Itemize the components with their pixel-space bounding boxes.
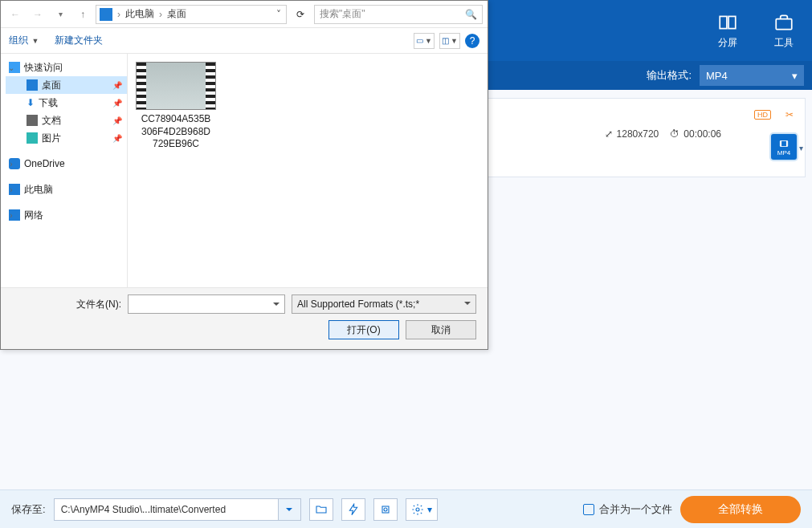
dialog-footer: 文件名(N): All Supported Formats (*.ts;* 打开…	[1, 287, 488, 349]
tree-label: 图片	[42, 132, 61, 145]
file-item[interactable]: CC78904A535B 306F4D2B968D 729EB96C	[136, 62, 216, 151]
file-name-line: 729EB96C	[136, 138, 216, 151]
svg-rect-0	[720, 16, 727, 28]
save-path-chevron-icon[interactable]	[279, 498, 301, 521]
expand-icon[interactable]: ›	[7, 160, 15, 169]
nav-up-icon[interactable]: ↑	[73, 5, 92, 24]
help-icon[interactable]: ?	[465, 34, 479, 48]
file-name-line: 306F4D2B968D	[136, 126, 216, 139]
organize-menu[interactable]: 组织 ▼	[9, 34, 39, 47]
new-folder-button[interactable]: 新建文件夹	[55, 34, 103, 47]
chevron-right-icon: ›	[117, 9, 120, 20]
toolbox-icon	[773, 12, 794, 33]
document-icon	[27, 115, 38, 126]
svg-rect-2	[776, 18, 792, 29]
expand-icon[interactable]: ›	[7, 211, 15, 220]
hw-accel-button[interactable]	[341, 498, 365, 521]
chevron-down-icon[interactable]: ▾	[51, 5, 70, 24]
tree-network[interactable]: ›网络	[6, 206, 127, 224]
nav-back-icon[interactable]: ←	[6, 5, 25, 24]
search-input[interactable]: 搜索"桌面" 🔍	[314, 5, 483, 24]
video-icon	[778, 138, 790, 149]
thumbnail-icon: ▭	[416, 36, 423, 45]
media-duration-value: 00:00:06	[683, 128, 721, 140]
file-type-filter[interactable]: All Supported Formats (*.ts;*	[292, 294, 476, 314]
dialog-toolbar: 组织 ▼ 新建文件夹 ▭ ▼ ◫ ▼ ?	[1, 28, 488, 54]
search-icon: 🔍	[465, 9, 477, 20]
open-button[interactable]: 打开(O)	[328, 320, 399, 339]
dialog-body: ⌄快速访问 桌面📌 ⬇下载📌 文档📌 图片📌 ›OneDrive ›此电脑 ›网…	[1, 54, 488, 287]
refresh-icon[interactable]: ⟳	[290, 5, 311, 24]
toolbar-split[interactable]: 分屏	[700, 0, 756, 61]
tree-label: 桌面	[42, 79, 61, 92]
chevron-right-icon: ›	[159, 9, 162, 20]
dialog-nav-bar: ← → ▾ ↑ › 此电脑 › 桌面 ˅ ⟳ 搜索"桌面" 🔍	[1, 1, 488, 28]
save-path-value[interactable]: C:\AnyMP4 Studio\...ltimate\Converted	[54, 498, 279, 521]
tree-onedrive[interactable]: ›OneDrive	[6, 155, 127, 173]
merge-label: 合并为一个文件	[599, 502, 672, 517]
media-duration: ⏱ 00:00:06	[670, 128, 721, 140]
preview-pane-button[interactable]: ◫ ▼	[439, 33, 460, 49]
tree-label: OneDrive	[24, 158, 65, 169]
search-placeholder: 搜索"桌面"	[320, 7, 365, 21]
view-mode-button[interactable]: ▭ ▼	[414, 33, 435, 49]
settings-button[interactable]: ▾	[406, 498, 438, 521]
gear-icon	[411, 503, 424, 516]
lightning-icon	[347, 503, 360, 516]
tree-desktop[interactable]: 桌面📌	[6, 76, 127, 94]
gpu-button[interactable]	[373, 498, 398, 521]
folder-tree: ⌄快速访问 桌面📌 ⬇下载📌 文档📌 图片📌 ›OneDrive ›此电脑 ›网…	[1, 54, 128, 287]
trim-icon[interactable]: ✂	[785, 109, 794, 120]
toolbar-split-label: 分屏	[718, 36, 737, 50]
save-path-combo[interactable]: C:\AnyMP4 Studio\...ltimate\Converted	[54, 498, 301, 521]
expand-icon[interactable]: ›	[7, 185, 15, 194]
toolbar-tools[interactable]: 工具	[756, 0, 812, 61]
expand-icon[interactable]: ⌄	[7, 63, 15, 72]
open-folder-button[interactable]	[309, 498, 333, 521]
clock-icon: ⏱	[670, 128, 679, 140]
tree-this-pc[interactable]: ›此电脑	[6, 181, 127, 198]
cancel-button[interactable]: 取消	[406, 320, 476, 339]
pin-icon: 📌	[112, 134, 122, 143]
filename-input[interactable]	[128, 294, 285, 314]
file-open-dialog: ← → ▾ ↑ › 此电脑 › 桌面 ˅ ⟳ 搜索"桌面" 🔍 组织 ▼ 新建文…	[0, 0, 488, 350]
tree-documents[interactable]: 文档📌	[6, 112, 127, 129]
convert-all-button[interactable]: 全部转换	[680, 496, 801, 523]
file-grid[interactable]: CC78904A535B 306F4D2B968D 729EB96C	[128, 54, 488, 287]
pc-icon	[100, 8, 112, 21]
expand-icon: ⤢	[605, 128, 613, 140]
chevron-down-icon: ▾	[792, 70, 798, 82]
merge-checkbox[interactable]: 合并为一个文件	[583, 502, 672, 517]
nav-forward-icon[interactable]: →	[28, 5, 47, 24]
output-format-select[interactable]: MP4 ▾	[700, 65, 804, 86]
output-format-value: MP4	[706, 70, 728, 82]
crumb-leaf[interactable]: 桌面	[167, 7, 186, 21]
breadcrumb[interactable]: › 此电脑 › 桌面 ˅	[96, 5, 287, 24]
chevron-down-icon[interactable]: ˅	[276, 9, 281, 20]
media-resolution-value: 1280x720	[617, 128, 659, 140]
save-to-label: 保存至:	[11, 502, 46, 517]
hd-badge-icon[interactable]: HD	[754, 110, 771, 120]
desktop-icon	[27, 79, 38, 91]
download-icon: ⬇	[27, 97, 35, 108]
output-format-tag[interactable]: MP4	[771, 134, 797, 160]
crumb-root[interactable]: 此电脑	[125, 7, 154, 21]
convert-button-label: 全部转换	[718, 502, 763, 517]
tree-pictures[interactable]: 图片📌	[6, 129, 127, 147]
chevron-down-icon: ▼	[425, 37, 432, 45]
video-thumbnail-icon	[136, 62, 216, 110]
format-tag-chevron-icon[interactable]: ▾	[799, 144, 803, 152]
chip-icon	[379, 503, 392, 516]
svg-rect-6	[382, 506, 389, 513]
svg-point-7	[384, 508, 387, 511]
tree-downloads[interactable]: ⬇下载📌	[6, 94, 127, 112]
svg-rect-4	[780, 140, 781, 146]
format-tag-text: MP4	[777, 149, 790, 156]
file-name-line: CC78904A535B	[136, 113, 216, 126]
cancel-button-label: 取消	[431, 323, 451, 337]
bottom-bar: 保存至: C:\AnyMP4 Studio\...ltimate\Convert…	[0, 489, 812, 528]
media-resolution: ⤢ 1280x720	[605, 128, 659, 140]
pictures-icon	[27, 132, 38, 144]
svg-rect-1	[728, 16, 736, 28]
tree-quick-access[interactable]: ⌄快速访问	[6, 59, 127, 76]
